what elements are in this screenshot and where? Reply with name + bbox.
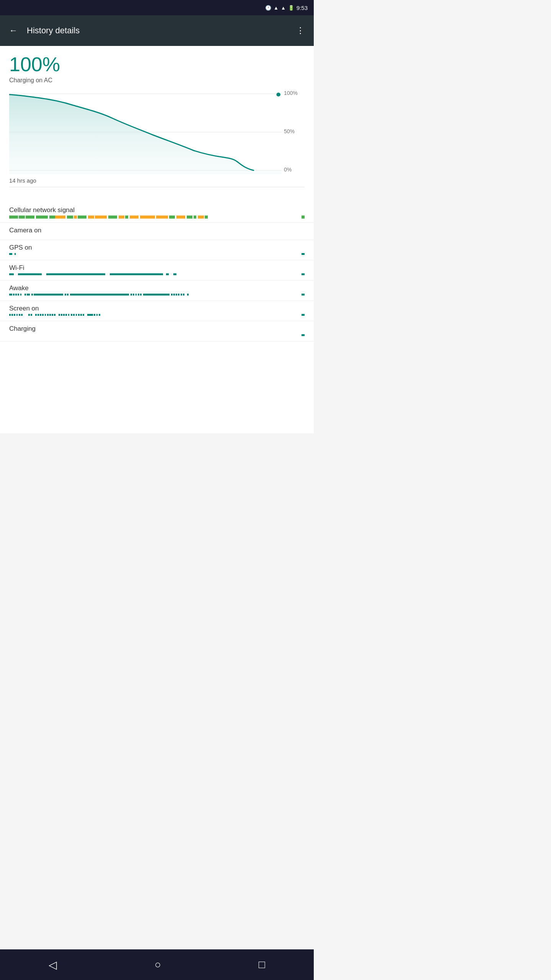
sensor-bar-screenon <box>9 314 305 317</box>
sensor-row-wifi: Wi-Fi <box>0 260 314 281</box>
battery-chart-container: 100% 50% 0% <box>9 90 305 174</box>
chart-label-0: 0% <box>284 167 305 173</box>
charging-status: Charging on AC <box>9 77 305 84</box>
sensor-label-wifi: Wi-Fi <box>9 264 305 272</box>
signal-icon: ▲ <box>281 5 286 11</box>
sensor-bar-charging <box>9 334 305 337</box>
sensor-row-screenon: Screen on <box>0 301 314 321</box>
status-time: 9:53 <box>297 5 308 11</box>
sensor-section: Cellular network signal <box>0 203 314 341</box>
app-bar: ← History details ⋮ <box>0 15 314 46</box>
menu-button[interactable]: ⋮ <box>293 23 308 39</box>
sensor-bar-gps <box>9 253 305 256</box>
sensor-row-charging: Charging <box>0 321 314 341</box>
status-icons: 🕐 ▲ ▲ 🔋 9:53 <box>265 5 308 11</box>
sensor-label-charging: Charging <box>9 325 305 333</box>
sensor-row-gps: GPS on <box>0 240 314 260</box>
sensor-bar-awake <box>9 294 305 297</box>
sensor-label-camera: Camera on <box>9 227 305 234</box>
battery-icon: 🔋 <box>288 5 294 11</box>
sensor-label-cellular: Cellular network signal <box>9 206 305 214</box>
wifi-status-icon: ▲ <box>274 5 279 11</box>
chart-labels: 100% 50% 0% <box>282 90 305 174</box>
sensor-row-cellular: Cellular network signal <box>0 203 314 223</box>
empty-area <box>0 341 314 433</box>
sensor-label-gps: GPS on <box>9 244 305 252</box>
sensor-label-awake: Awake <box>9 284 305 292</box>
svg-point-3 <box>276 93 280 96</box>
app-bar-title: History details <box>27 26 287 36</box>
battery-chart <box>9 90 282 174</box>
time-ago: 14 hrs ago <box>9 177 305 187</box>
chart-label-100: 100% <box>284 90 305 96</box>
main-content: 100% Charging on AC <box>0 46 314 203</box>
sensor-row-awake: Awake <box>0 281 314 301</box>
sensor-bar-wifi <box>9 273 305 276</box>
clock-icon: 🕐 <box>265 5 271 11</box>
sensor-label-screenon: Screen on <box>9 305 305 312</box>
status-bar: 🕐 ▲ ▲ 🔋 9:53 <box>0 0 314 15</box>
back-button[interactable]: ← <box>6 23 21 39</box>
sensor-row-camera: Camera on <box>0 223 314 240</box>
sensor-bar-cellular <box>9 216 305 219</box>
chart-label-50: 50% <box>284 128 305 134</box>
battery-percentage: 100% <box>9 54 305 75</box>
